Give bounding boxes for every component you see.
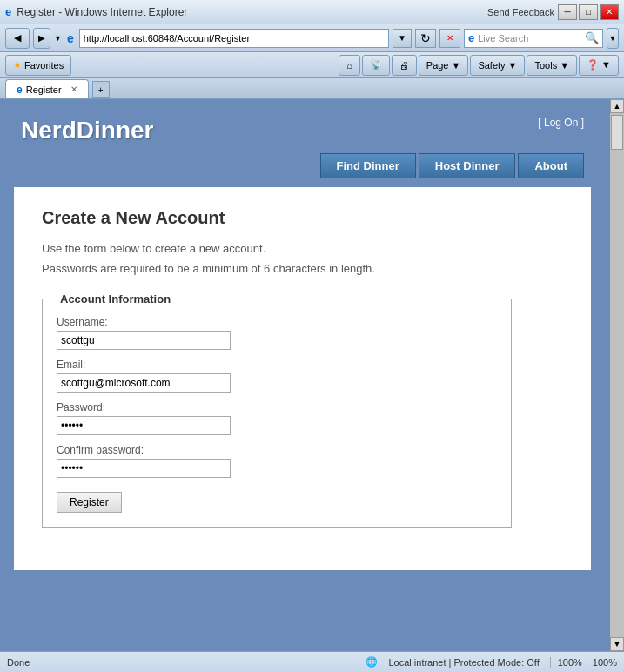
help-button[interactable]: ❓ ▼ — [579, 55, 619, 76]
description1: Use the form below to create a new accou… — [42, 242, 563, 255]
host-dinner-button[interactable]: Host Dinner — [419, 153, 516, 178]
browser-tab-register[interactable]: e Register ✕ — [5, 79, 89, 98]
browser-content-wrapper: NerdDinner [ Log On ] Find Dinner Host D… — [0, 99, 624, 651]
dropdown-url-btn[interactable]: ▼ — [393, 29, 412, 48]
login-link[interactable]: [ Log On ] — [538, 117, 584, 129]
new-tab-button[interactable]: + — [92, 81, 110, 98]
back-button[interactable]: ◀ — [5, 28, 30, 49]
dropdown-arrow[interactable]: ▼ — [54, 34, 62, 43]
safety-button[interactable]: Safety ▼ — [470, 55, 525, 76]
status-text: Done — [7, 657, 30, 668]
find-dinner-button[interactable]: Find Dinner — [320, 153, 416, 178]
send-feedback-link[interactable]: Send Feedback — [487, 7, 554, 17]
search-icon[interactable]: 🔍 — [585, 31, 599, 44]
live-search-label: Live Search — [478, 33, 528, 44]
password-input[interactable] — [57, 416, 231, 435]
browser-content: NerdDinner [ Log On ] Find Dinner Host D… — [0, 99, 610, 651]
tools-button[interactable]: Tools ▼ — [527, 55, 577, 76]
password-group: Password: — [57, 401, 497, 435]
search-dropdown-btn[interactable]: ▼ — [607, 28, 619, 49]
ie-logo-address: e — [67, 31, 74, 45]
page-button[interactable]: Page ▼ — [419, 55, 469, 76]
rss-button[interactable]: 📡 — [362, 55, 390, 76]
app-title: NerdDinner — [21, 117, 153, 144]
tab-ie-icon: e — [17, 84, 23, 96]
status-bar: Done 🌐 Local intranet | Protected Mode: … — [0, 651, 624, 672]
print-button[interactable]: 🖨 — [392, 55, 417, 76]
account-info-fieldset: Account Information Username: Email: Pas… — [42, 292, 512, 528]
app-wrapper: NerdDinner [ Log On ] Find Dinner Host D… — [0, 99, 610, 651]
username-group: Username: — [57, 316, 497, 350]
title-bar: e Register - Windows Internet Explorer S… — [0, 0, 624, 24]
favorites-button[interactable]: ★ Favorites — [5, 55, 71, 76]
email-label: Email: — [57, 359, 497, 371]
description2: Passwords are required to be a minimum o… — [42, 262, 563, 275]
favorites-star-icon: ★ — [13, 59, 22, 71]
register-button[interactable]: Register — [57, 492, 122, 513]
tab-close-icon[interactable]: ✕ — [70, 84, 77, 94]
scrollbar: ▲ ▼ — [610, 99, 624, 651]
about-button[interactable]: About — [518, 153, 584, 178]
confirm-password-group: Confirm password: — [57, 444, 497, 478]
username-label: Username: — [57, 316, 497, 328]
live-search-box[interactable]: e Live Search 🔍 — [464, 29, 603, 48]
close-button[interactable]: ✕ — [600, 4, 619, 20]
email-group: Email: — [57, 359, 497, 393]
zoom-value: 100% — [593, 657, 617, 668]
username-input[interactable] — [57, 331, 231, 350]
toolbar: ★ Favorites ⌂ 📡 🖨 Page ▼ Safety ▼ Tools … — [0, 52, 624, 78]
zone-icon: 🌐 — [366, 656, 378, 668]
refresh-button[interactable]: ↻ — [415, 29, 436, 48]
page-title: Create a New Account — [42, 208, 563, 228]
app-header: NerdDinner [ Log On ] — [7, 106, 598, 153]
zoom-level: 100% — [550, 657, 582, 668]
home-button[interactable]: ⌂ — [339, 55, 360, 76]
tab-area: e Register ✕ + — [0, 78, 624, 99]
address-input[interactable] — [79, 29, 389, 48]
email-input[interactable] — [57, 373, 231, 393]
zone-text: Local intranet | Protected Mode: Off — [388, 657, 539, 668]
nav-buttons: Find Dinner Host Dinner About — [7, 153, 598, 187]
main-content: Create a New Account Use the form below … — [14, 187, 591, 570]
address-bar: ◀ ▶ ▼ e ▼ ↻ ✕ e Live Search 🔍 ▼ — [0, 24, 624, 52]
scroll-down-button[interactable]: ▼ — [610, 637, 624, 651]
minimize-button[interactable]: ─ — [558, 4, 577, 20]
window-title: Register - Windows Internet Explorer — [17, 6, 187, 18]
ie-logo-search: e — [468, 31, 474, 44]
forward-button[interactable]: ▶ — [33, 28, 50, 49]
tab-label: Register — [26, 84, 62, 95]
password-label: Password: — [57, 401, 497, 413]
confirm-password-input[interactable] — [57, 459, 231, 478]
stop-button[interactable]: ✕ — [439, 29, 460, 48]
scroll-thumb[interactable] — [611, 115, 623, 150]
scroll-up-button[interactable]: ▲ — [610, 99, 624, 113]
maximize-button[interactable]: □ — [579, 4, 598, 20]
confirm-password-label: Confirm password: — [57, 444, 497, 456]
ie-logo-small: e — [5, 5, 11, 18]
fieldset-legend: Account Information — [57, 292, 174, 306]
